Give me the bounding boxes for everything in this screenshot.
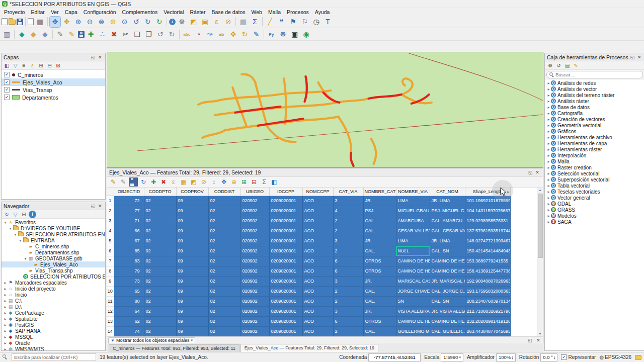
table-cell[interactable]: ACO — [302, 316, 333, 326]
table-cell[interactable]: 193.17595832080363 — [465, 286, 510, 296]
column-header-nombre_via[interactable]: NOMBRE_VIA — [396, 188, 430, 196]
table-cell[interactable]: 020902 — [240, 236, 269, 246]
locator-input[interactable] — [12, 353, 96, 361]
table-cell[interactable]: 02 — [144, 236, 176, 246]
expand-arrow[interactable]: ▾ — [3, 220, 8, 225]
browser-item[interactable]: ▸◆SAP HANA — [2, 328, 105, 334]
table-cell[interactable]: 020902 — [240, 316, 269, 326]
statistical-summary-icon[interactable]: Σ — [250, 17, 260, 27]
table-cell[interactable]: 150.42145414484943 — [465, 246, 510, 256]
expand-arrow[interactable]: ▸ — [3, 293, 8, 297]
toolbox-group[interactable]: ▸QAnálisis de redes — [545, 80, 644, 86]
magnifier-spinbox[interactable]: 100% ▴▾ — [496, 353, 516, 361]
vertex-tool-icon[interactable]: ∴ — [97, 29, 108, 40]
table-new-field-icon[interactable]: ⊞ — [239, 177, 249, 187]
expand-arrow[interactable]: ▸ — [546, 81, 551, 85]
table-cell[interactable]: NULL — [396, 246, 430, 256]
expand-arrow[interactable]: ▸ — [546, 135, 551, 140]
row-number[interactable]: 14 — [107, 326, 114, 336]
filter-browser-icon[interactable]: ▽ — [12, 211, 19, 218]
table-cell[interactable]: JR. MARISCAL C... — [430, 276, 465, 286]
expand-arrow[interactable]: ▸ — [546, 190, 551, 194]
delete-selected-icon[interactable]: ✖ — [109, 29, 119, 40]
table-cell[interactable]: CAMINO DE HE... — [430, 266, 465, 276]
table-cell[interactable]: 020902 — [240, 276, 269, 286]
table-cell[interactable]: ACO — [302, 206, 333, 216]
table-cell[interactable]: MIGUEL GRAU — [396, 206, 430, 216]
collapse-all-icon[interactable]: ⊟ — [46, 62, 53, 69]
table-cell[interactable]: 0209020001 — [269, 306, 302, 316]
new-project-icon[interactable] — [2, 18, 8, 25]
select-features-icon[interactable]: ◩ — [188, 17, 199, 27]
table-cell[interactable]: 192.90040807026963 — [465, 276, 510, 286]
table-cell[interactable]: 02 — [208, 306, 240, 316]
row-number[interactable]: 9 — [107, 276, 114, 286]
table-cell[interactable]: 66 — [114, 226, 144, 236]
table-select-all-icon[interactable]: ▦ — [179, 177, 188, 187]
table-toggle-editing-icon[interactable]: ✎ — [109, 177, 118, 187]
table-cell[interactable]: JR. — [363, 276, 396, 286]
expand-arrow[interactable]: ▾ — [23, 256, 28, 261]
table-cell[interactable]: 02 — [144, 296, 176, 306]
table-cell[interactable]: 67 — [114, 236, 144, 246]
menu-item-complementos[interactable]: Complementos — [119, 9, 161, 15]
table-field-calculator-icon[interactable]: Σ — [260, 177, 269, 187]
table-cell[interactable]: 02 — [144, 246, 176, 256]
table-cell[interactable]: 02 — [144, 316, 176, 326]
browser-item[interactable]: ▸⌂Inicio del proyecto — [2, 286, 105, 292]
table-cell[interactable]: 02 — [208, 256, 240, 266]
expand-arrow[interactable]: ▸ — [3, 287, 8, 291]
show-bookmarks-icon[interactable]: ⚐ — [299, 17, 310, 27]
expand-arrow[interactable]: ▸ — [546, 208, 551, 212]
table-cell[interactable]: 101.19692101875599 — [465, 196, 510, 206]
table-cell[interactable]: 0209020001 — [269, 236, 302, 246]
menu-item-r-ster[interactable]: Ráster — [187, 9, 208, 15]
expand-arrow[interactable]: ▸ — [546, 177, 551, 182]
zoom-to-selection-icon[interactable]: ⊕ — [108, 17, 118, 27]
text-annotation-icon[interactable]: T — [323, 17, 333, 27]
filter-legend-expression-icon[interactable]: ε — [29, 62, 36, 69]
table-cell[interactable]: JR. LIMA — [430, 196, 465, 206]
zoom-out-icon[interactable]: ⊖ — [85, 17, 95, 27]
table-cell[interactable]: GUILLERMO M... — [396, 326, 430, 336]
log-messages-icon[interactable] — [635, 355, 641, 360]
browser-item[interactable]: ▰Ejes_Viales_Aco — [2, 261, 105, 267]
expand-arrow[interactable]: ▸ — [3, 305, 8, 309]
table-cell[interactable]: 0209020001 — [269, 246, 302, 256]
expand-arrow[interactable]: ▸ — [3, 329, 8, 333]
table-cell[interactable]: 020902 — [240, 256, 269, 266]
expand-arrow[interactable]: ▸ — [546, 196, 551, 200]
row-number[interactable]: 6 — [107, 246, 114, 256]
zoom-last-icon[interactable]: ↺ — [131, 17, 141, 27]
browser-item[interactable]: ▾★Favoritos — [2, 219, 105, 225]
table-cell[interactable]: 09 — [176, 286, 208, 296]
browser-item[interactable]: QSELECCION POR ATRIBUTOS EN QGIS — [2, 274, 105, 280]
expand-arrow[interactable]: ▸ — [546, 171, 551, 176]
table-cell[interactable]: CAMINO DE HE... — [430, 256, 465, 266]
menu-item-procesos[interactable]: Procesos — [284, 9, 312, 15]
table-select-by-expression-icon[interactable]: ε — [169, 177, 178, 187]
table-cell[interactable]: 64 — [114, 306, 144, 316]
expand-arrow[interactable]: ▸ — [3, 311, 8, 315]
map-tips-icon[interactable]: ❝ — [276, 17, 287, 27]
menu-item-configuraci-n[interactable]: Configuración — [80, 9, 119, 15]
select-by-value-icon[interactable]: ▣ — [200, 17, 210, 27]
table-cell[interactable]: 6 — [333, 266, 363, 276]
table-cell[interactable]: 02 — [208, 316, 240, 326]
new-print-layout-icon[interactable] — [28, 18, 34, 25]
python-console-icon[interactable]: Py — [266, 29, 277, 40]
table-cell[interactable]: 02 — [208, 206, 240, 216]
filter-legend-icon[interactable]: ▽ — [12, 62, 19, 69]
highlight-labels-icon[interactable]: ab — [216, 29, 227, 40]
table-cell[interactable]: LIMA — [396, 196, 430, 206]
attribute-table-tab[interactable]: Ejes_Viales_Aco — Features Total: 29, Fi… — [240, 344, 378, 352]
table-cell[interactable]: 020902 — [240, 306, 269, 316]
table-cell[interactable]: 0209020001 — [269, 296, 302, 306]
expand-arrow[interactable]: ▸ — [546, 159, 551, 164]
layout-manager-icon[interactable]: ▦ — [35, 17, 45, 27]
collapse-browser-icon[interactable]: ⊟ — [20, 211, 28, 218]
undock-icon[interactable]: ◱ — [527, 169, 533, 175]
table-cell[interactable]: ACO — [302, 246, 333, 256]
remove-layer-icon[interactable]: ⊠ — [54, 62, 62, 69]
row-number[interactable]: 1 — [107, 196, 114, 206]
